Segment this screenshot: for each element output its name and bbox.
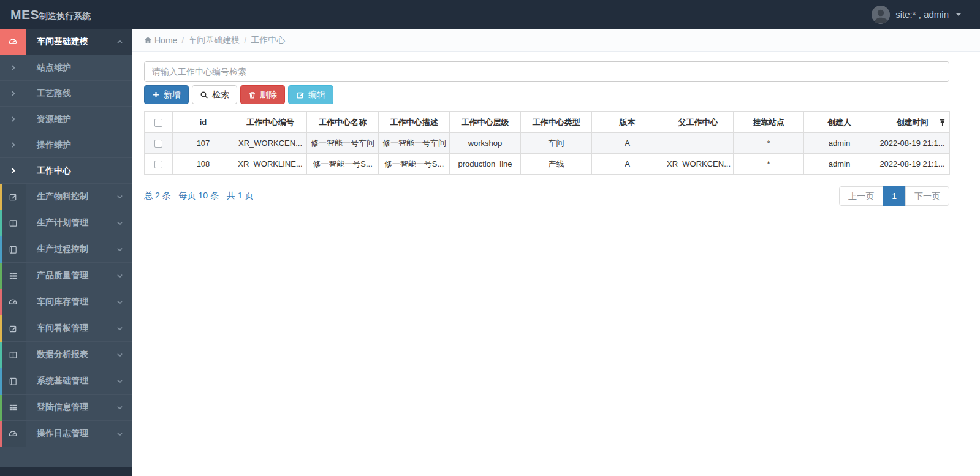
chevron-down-icon — [116, 421, 124, 447]
sidebar-item-site-maintenance[interactable]: 站点维护 — [0, 55, 132, 81]
cell-created: 2022-08-19 21:1... — [875, 154, 950, 175]
menu-color-strip — [0, 210, 2, 236]
cell-version: A — [592, 133, 663, 154]
chevron-down-icon — [116, 210, 124, 236]
sidebar-item-process-route[interactable]: 工艺路线 — [0, 81, 132, 107]
pin-icon[interactable] — [940, 119, 945, 126]
edit-icon — [0, 315, 26, 341]
row-checkbox[interactable] — [154, 161, 162, 168]
chevron-down-icon — [116, 263, 124, 289]
sidebar-footer — [0, 467, 132, 476]
cell-desc: 修一智能一号车间 — [379, 133, 450, 154]
menu-color-strip — [0, 236, 2, 263]
trash-icon — [248, 91, 256, 99]
col-header-version: 版本 — [592, 112, 663, 133]
col-header-parent: 父工作中心 — [663, 112, 734, 133]
page-size: 每页 10 条 — [179, 191, 219, 202]
sidebar-item-workshop-modeling[interactable]: 车间基础建模 — [0, 29, 132, 55]
cell-id: 107 — [173, 133, 234, 154]
cell-desc: 修一智能一号S... — [379, 154, 450, 175]
chevron-right-icon — [0, 55, 26, 80]
sidebar-item-label: 产品质量管理 — [26, 263, 116, 289]
menu-color-strip — [0, 395, 2, 421]
chevron-down-icon — [116, 342, 124, 368]
chevron-down-icon — [116, 289, 124, 315]
sidebar-item-inventory-management[interactable]: 车间库存管理 — [0, 289, 132, 315]
page-1-button[interactable]: 1 — [883, 186, 906, 206]
next-page-button[interactable]: 下一页 — [905, 186, 949, 206]
search-button[interactable]: 检索 — [192, 85, 237, 104]
sidebar-item-label: 生产计划管理 — [26, 210, 116, 236]
user-menu[interactable]: site:* , admin — [872, 6, 980, 24]
cell-station: * — [734, 133, 804, 154]
sidebar-item-label: 工作中心 — [26, 158, 132, 183]
chevron-right-icon — [0, 132, 26, 157]
search-input[interactable] — [144, 61, 949, 82]
dashboard-icon — [0, 289, 26, 315]
col-header-created: 创建时间 — [875, 112, 950, 133]
table-row[interactable]: 108 XR_WORKLINE... 修一智能一号S... 修一智能一号S...… — [145, 154, 950, 175]
sidebar-item-label: 登陆信息管理 — [26, 395, 116, 420]
breadcrumb-home[interactable]: Home — [144, 36, 177, 45]
page-count: 共 1 页 — [227, 191, 254, 202]
plus-icon — [152, 91, 160, 99]
sidebar-item-label: 车间库存管理 — [26, 289, 116, 315]
col-header-creator: 创建人 — [804, 112, 875, 133]
breadcrumb-item-workshop-modeling[interactable]: 车间基础建模 — [188, 35, 240, 46]
col-header-name: 工作中心名称 — [307, 112, 379, 133]
breadcrumb-item-work-center: 工作中心 — [251, 35, 285, 46]
chevron-right-icon — [0, 81, 26, 106]
menu-color-strip — [0, 315, 2, 342]
sidebar-item-system-management[interactable]: 系统基础管理 — [0, 368, 132, 395]
menu-color-strip — [0, 289, 2, 315]
pagination-controls: 上一页 1 下一页 — [839, 186, 949, 206]
prev-page-button[interactable]: 上一页 — [839, 186, 883, 206]
sidebar: 车间基础建模 站点维护 工艺路线 资源维护 操作维护 — [0, 29, 132, 476]
sidebar-item-material-control[interactable]: 生产物料控制 — [0, 184, 132, 210]
sidebar-item-quality-management[interactable]: 产品质量管理 — [0, 263, 132, 289]
table-row[interactable]: 107 XR_WORKCEN... 修一智能一号车间 修一智能一号车间 work… — [145, 133, 950, 154]
sidebar-item-board-management[interactable]: 车间看板管理 — [0, 315, 132, 342]
sidebar-item-label: 资源维护 — [26, 107, 132, 132]
sidebar-item-label: 站点维护 — [26, 55, 132, 80]
sidebar-item-label: 车间基础建模 — [26, 29, 116, 55]
cell-type: 产线 — [521, 154, 592, 175]
sidebar-item-operation-log-management[interactable]: 操作日志管理 — [0, 421, 132, 447]
dashboard-icon — [0, 29, 26, 55]
sidebar-item-label: 生产物料控制 — [26, 184, 116, 210]
edit-icon — [296, 91, 305, 99]
sidebar-item-login-info-management[interactable]: 登陆信息管理 — [0, 395, 132, 421]
breadcrumb: Home / 车间基础建模 / 工作中心 — [132, 29, 980, 52]
columns-icon — [0, 210, 26, 236]
sidebar-item-work-center[interactable]: 工作中心 — [0, 158, 132, 184]
chevron-down-icon — [116, 395, 124, 420]
cell-id: 108 — [173, 154, 234, 175]
sidebar-item-plan-management[interactable]: 生产计划管理 — [0, 210, 132, 236]
brand-suffix: 制造执行系统 — [39, 11, 91, 22]
sidebar-item-resource-maintenance[interactable]: 资源维护 — [0, 107, 132, 132]
table-header-row: id 工作中心编号 工作中心名称 工作中心描述 工作中心层级 工作中心类型 版本… — [145, 112, 950, 133]
row-checkbox[interactable] — [154, 140, 162, 148]
book-icon — [0, 236, 26, 262]
chevron-up-icon — [116, 29, 124, 55]
edit-icon — [0, 184, 26, 210]
sidebar-item-label: 工艺路线 — [26, 81, 132, 106]
select-all-checkbox[interactable] — [154, 119, 162, 127]
sidebar-item-process-control[interactable]: 生产过程控制 — [0, 236, 132, 263]
sidebar-item-label: 车间看板管理 — [26, 315, 116, 341]
cell-code: XR_WORKLINE... — [234, 154, 307, 175]
add-button[interactable]: 新增 — [144, 85, 189, 104]
chevron-right-icon — [0, 158, 26, 183]
col-header-station: 挂靠站点 — [734, 112, 804, 133]
work-center-table: id 工作中心编号 工作中心名称 工作中心描述 工作中心层级 工作中心类型 版本… — [144, 111, 950, 175]
sidebar-item-analytics-reports[interactable]: 数据分析报表 — [0, 342, 132, 368]
sidebar-item-operation-maintenance[interactable]: 操作维护 — [0, 132, 132, 158]
menu-color-strip — [0, 184, 2, 210]
cell-created: 2022-08-19 21:1... — [875, 133, 950, 154]
col-header-level: 工作中心层级 — [450, 112, 521, 133]
chevron-down-icon — [116, 315, 124, 341]
delete-button[interactable]: 删除 — [240, 85, 285, 104]
edit-button[interactable]: 编辑 — [288, 85, 333, 104]
col-header-type: 工作中心类型 — [521, 112, 592, 133]
caret-down-icon — [955, 13, 962, 16]
